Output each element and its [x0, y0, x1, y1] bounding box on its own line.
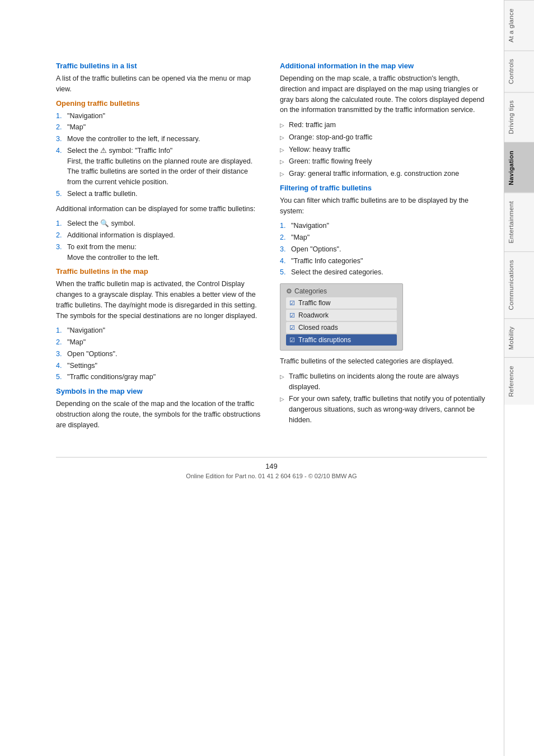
- symbols-map-view-text: Depending on the scale of the map and th…: [56, 399, 263, 430]
- traffic-bulletins-map-text: When the traffic bulletin map is activat…: [56, 279, 263, 321]
- tab-reference[interactable]: Reference: [504, 357, 534, 405]
- color-red: Red: traffic jam: [280, 120, 487, 130]
- filtering-step-3: 3.Open "Options".: [280, 244, 487, 255]
- categories-icon: ⚙: [286, 287, 292, 295]
- categories-title: ⚙ Categories: [286, 287, 397, 295]
- check-traffic-disruptions: ☑: [289, 337, 295, 344]
- tab-entertainment[interactable]: Entertainment: [504, 193, 534, 251]
- opening-step-1: 1."Navigation": [56, 111, 263, 122]
- map-steps-list: 1."Navigation" 2."Map" 3.Open "Options".…: [56, 325, 263, 382]
- category-traffic-disruptions: ☑ Traffic disruptions: [286, 334, 397, 346]
- symbols-map-view-title: Symbols in the map view: [56, 387, 263, 395]
- category-traffic-disruptions-label: Traffic disruptions: [298, 336, 351, 344]
- safety-bullets-list: Traffic bulletins on incidents along the…: [280, 371, 487, 426]
- map-step-1: 1."Navigation": [56, 325, 263, 336]
- tab-communications[interactable]: Communications: [504, 251, 534, 318]
- category-traffic-flow: ☑ Traffic flow: [286, 297, 397, 309]
- categories-box: ⚙ Categories ☑ Traffic flow ☑ Roadwork ☑…: [280, 283, 403, 351]
- traffic-bulletins-map-title: Traffic bulletins in the map: [56, 267, 263, 276]
- tab-controls[interactable]: Controls: [504, 50, 534, 92]
- main-content: Traffic bulletins in a list A list of th…: [0, 0, 504, 756]
- category-closed-roads: ☑ Closed roads: [286, 322, 397, 333]
- page-number: 149: [56, 462, 487, 470]
- left-column: Traffic bulletins in a list A list of th…: [56, 62, 263, 435]
- categories-note: Traffic bulletins of the selected catego…: [280, 356, 487, 367]
- category-closed-roads-label: Closed roads: [298, 324, 338, 332]
- color-items-list: Red: traffic jam Orange: stop-and-go tra…: [280, 120, 487, 179]
- filtering-text: You can filter which traffic bulletins a…: [280, 195, 487, 217]
- additional-step-3: 3.To exit from the menu: Move the contro…: [56, 242, 263, 263]
- opening-step-4: 4.Select the ⚠ symbol: "Traffic Info" Fi…: [56, 146, 263, 188]
- opening-step-2: 2."Map": [56, 122, 263, 133]
- category-roadwork-label: Roadwork: [298, 311, 329, 319]
- filtering-steps-list: 1."Navigation" 2."Map" 3.Open "Options".…: [280, 221, 487, 278]
- map-step-5: 5."Traffic conditions/gray map": [56, 372, 263, 382]
- check-roadwork: ☑: [289, 312, 295, 319]
- filtering-title: Filtering of traffic bulletins: [280, 184, 487, 192]
- filtering-step-4: 4."Traffic Info categories": [280, 256, 487, 267]
- footer: 149 Online Edition for Part no. 01 41 2 …: [56, 457, 487, 479]
- tab-driving-tips[interactable]: Driving tips: [504, 92, 534, 142]
- traffic-bulletins-list-title: Traffic bulletins in a list: [56, 62, 263, 70]
- additional-info-map-text: Depending on the map scale, a traffic ob…: [280, 73, 487, 115]
- additional-step-1: 1.Select the 🔍 symbol.: [56, 218, 263, 229]
- bullet-always-displayed: Traffic bulletins on incidents along the…: [280, 371, 487, 393]
- color-orange: Orange: stop-and-go traffic: [280, 132, 487, 143]
- copyright-text: Online Edition for Part no. 01 41 2 604 …: [56, 473, 487, 479]
- traffic-bulletins-list-intro: A list of the traffic bulletins can be o…: [56, 73, 263, 95]
- opening-step-5: 5.Select a traffic bulletin.: [56, 189, 263, 199]
- filtering-step-2: 2."Map": [280, 232, 487, 243]
- color-yellow: Yellow: heavy traffic: [280, 144, 487, 155]
- categories-label: Categories: [294, 287, 327, 295]
- opening-step-3: 3.Move the controller to the left, if ne…: [56, 134, 263, 144]
- right-column: Additional information in the map view D…: [280, 62, 487, 435]
- bullet-safety: For your own safety, traffic bulletins t…: [280, 394, 487, 425]
- filtering-step-5: 5.Select the desired categories.: [280, 267, 487, 278]
- category-traffic-flow-label: Traffic flow: [298, 299, 330, 307]
- color-green: Green: traffic flowing freely: [280, 156, 487, 167]
- additional-info-map-title: Additional information in the map view: [280, 62, 487, 70]
- sidebar-tabs: At a glance Controls Driving tips Naviga…: [504, 0, 534, 756]
- map-step-2: 2."Map": [56, 337, 263, 348]
- category-roadwork: ☑ Roadwork: [286, 310, 397, 321]
- map-step-4: 4."Settings": [56, 361, 263, 371]
- color-gray: Gray: general traffic information, e.g. …: [280, 169, 487, 179]
- additional-steps-list: 1.Select the 🔍 symbol. 2.Additional info…: [56, 218, 263, 263]
- additional-note: Additional information can be displayed …: [56, 204, 263, 214]
- additional-step-2: 2.Additional information is displayed.: [56, 230, 263, 241]
- opening-traffic-bulletins-title: Opening traffic bulletins: [56, 99, 263, 108]
- map-step-3: 3.Open "Options".: [56, 349, 263, 360]
- check-traffic-flow: ☑: [289, 300, 295, 307]
- check-closed-roads: ☑: [289, 324, 295, 332]
- filtering-step-1: 1."Navigation": [280, 221, 487, 231]
- tab-at-a-glance[interactable]: At a glance: [504, 0, 534, 50]
- tab-navigation[interactable]: Navigation: [504, 142, 534, 193]
- opening-steps-list: 1."Navigation" 2."Map" 3.Move the contro…: [56, 111, 263, 199]
- tab-mobility[interactable]: Mobility: [504, 318, 534, 357]
- two-column-layout: Traffic bulletins in a list A list of th…: [56, 62, 487, 435]
